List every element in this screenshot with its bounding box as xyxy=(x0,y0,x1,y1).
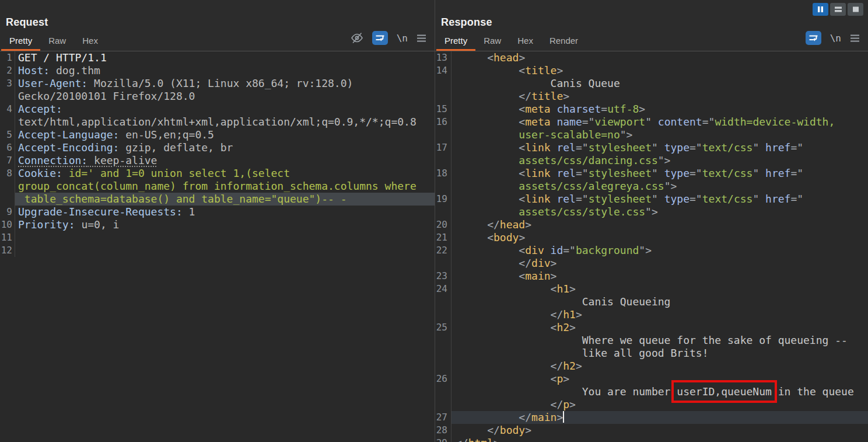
line-number xyxy=(435,257,452,270)
response-tab-pretty[interactable]: Pretty xyxy=(436,32,475,51)
response-tab-raw[interactable]: Raw xyxy=(475,32,509,51)
show-newlines-toggle[interactable]: \n xyxy=(830,33,841,44)
line-number: 23 xyxy=(435,270,452,283)
response-code-row: 17 <link rel="stylesheet" type="text/css… xyxy=(435,141,868,154)
code-segment: < xyxy=(456,283,556,295)
editor-menu-button[interactable] xyxy=(416,34,426,42)
response-title: Response xyxy=(441,16,492,29)
code-segment: p xyxy=(556,373,563,385)
code-segment: Connection: xyxy=(18,154,88,166)
response-code-row: 21 <body> xyxy=(435,231,868,244)
code-segment: h2 xyxy=(563,360,576,372)
code-segment: < xyxy=(456,167,525,179)
response-code-row: 23 <main> xyxy=(435,270,868,283)
code-line: <h2> xyxy=(452,321,868,334)
code-segment: text/html,application/xhtml+xml,applicat… xyxy=(18,116,416,128)
code-line: assets/css/style.css"> xyxy=(452,206,868,218)
line-number xyxy=(0,116,15,128)
line-number: 16 xyxy=(435,116,452,128)
request-tab-raw[interactable]: Raw xyxy=(40,32,74,51)
code-segment: > xyxy=(551,257,557,269)
view-layout-controls xyxy=(813,3,863,16)
code-segment: Mozilla/5.0 (X11; Linux x86_64; rv:128.0… xyxy=(88,77,353,89)
hide-response-eye-icon[interactable] xyxy=(351,32,363,44)
line-number xyxy=(435,154,452,167)
code-line: Host: dog.thm xyxy=(15,64,435,77)
word-wrap-toggle[interactable] xyxy=(372,31,388,45)
code-line: Canis Queue xyxy=(452,77,868,90)
code-segment: " xyxy=(645,116,652,128)
code-line: </title> xyxy=(452,90,868,103)
code-segment: group_concat(column_name) from informati… xyxy=(18,180,416,192)
response-code-row: assets/css/alegreya.css"> xyxy=(435,180,868,193)
code-segment: 1 xyxy=(183,206,195,218)
code-segment: in the queue xyxy=(772,385,854,398)
show-newlines-toggle[interactable]: \n xyxy=(397,33,408,44)
code-segment: id=' and 1=0 union select 1,(select xyxy=(62,167,290,179)
code-segment: =" xyxy=(576,167,589,179)
response-tabs: PrettyRawHexRender xyxy=(436,32,586,51)
request-code-row: 5Accept-Language: en-US,en;q=0.5 xyxy=(0,128,435,141)
code-segment: viewport xyxy=(594,116,645,128)
code-segment: Canis Queueing xyxy=(456,295,670,308)
request-tab-pretty[interactable]: Pretty xyxy=(1,32,40,51)
code-line: Where we queue for the sake of queueing … xyxy=(452,334,868,347)
code-line: </html> xyxy=(452,437,868,442)
red-annotation-box: userID,queueNum xyxy=(677,385,772,398)
code-segment: link xyxy=(525,167,550,179)
request-tab-hex[interactable]: Hex xyxy=(74,32,106,51)
code-segment: width=device-width, xyxy=(715,116,835,128)
single-layout-button[interactable] xyxy=(848,3,863,16)
code-segment: =" xyxy=(582,116,595,128)
code-segment: User-Agent: xyxy=(18,77,88,89)
code-segment: < xyxy=(456,64,525,76)
columns-layout-icon xyxy=(817,6,824,13)
response-code-row: 13 <head> xyxy=(435,51,868,64)
code-segment: =" xyxy=(690,167,702,179)
code-segment: " xyxy=(652,193,658,205)
line-number xyxy=(435,77,452,90)
code-segment: meta xyxy=(525,103,550,115)
response-tab-render[interactable]: Render xyxy=(541,32,586,51)
code-line: Accept-Encoding: gzip, deflate, br xyxy=(15,141,435,154)
code-segment: " xyxy=(752,193,759,205)
response-tab-hex[interactable]: Hex xyxy=(509,32,541,51)
word-wrap-toggle[interactable] xyxy=(806,31,821,45)
line-number xyxy=(0,90,15,103)
request-editor[interactable]: 1GET / HTTP/1.12Host: dog.thm3User-Agent… xyxy=(0,51,435,442)
code-segment: Accept-Language: xyxy=(18,128,119,141)
request-code-row: 1GET / HTTP/1.1 xyxy=(0,51,435,64)
code-line: </body> xyxy=(452,424,868,437)
line-number xyxy=(435,180,452,193)
request-tabrow: PrettyRawHex xyxy=(0,31,435,51)
response-panel: Response PrettyRawHexRender \n xyxy=(435,0,868,442)
code-segment: < xyxy=(456,270,525,282)
line-number: 19 xyxy=(435,193,452,206)
code-segment: rel xyxy=(551,193,576,205)
line-number: 24 xyxy=(435,283,452,295)
code-segment: = xyxy=(601,103,607,115)
response-editor[interactable]: 13 <head>14 <title> Canis Queue </title>… xyxy=(435,51,868,442)
code-segment: </ xyxy=(456,308,563,321)
code-segment: =" xyxy=(790,167,803,179)
code-segment: user-scalable=no xyxy=(456,128,620,141)
code-segment: stylesheet xyxy=(589,167,652,179)
line-number: 5 xyxy=(0,128,15,141)
response-code-row: You are number userID,queueNum in the qu… xyxy=(435,385,868,398)
code-segment: keep-alive xyxy=(88,154,157,166)
code-segment: title xyxy=(531,90,563,102)
code-line: assets/css/dancing.css"> xyxy=(452,154,868,167)
code-line: table_schema=database() and table_name="… xyxy=(15,193,435,206)
word-wrap-icon xyxy=(808,34,818,43)
code-segment: assets/css/alegreya.css xyxy=(456,180,664,192)
code-line: <head> xyxy=(452,51,868,64)
code-line: User-Agent: Mozilla/5.0 (X11; Linux x86_… xyxy=(15,77,435,90)
code-line: </h2> xyxy=(452,360,868,373)
line-number: 11 xyxy=(0,231,15,244)
line-number: 27 xyxy=(435,411,452,424)
code-segment: "> xyxy=(620,128,633,141)
code-segment: " xyxy=(752,167,759,179)
editor-menu-button[interactable] xyxy=(850,34,860,42)
rows-layout-button[interactable] xyxy=(830,3,846,16)
columns-layout-button[interactable] xyxy=(813,3,828,16)
